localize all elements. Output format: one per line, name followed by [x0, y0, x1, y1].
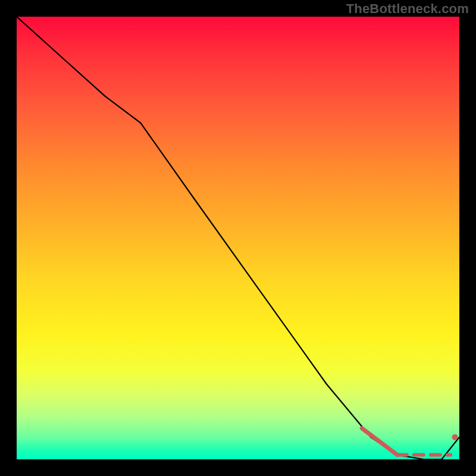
bottleneck-curve [17, 17, 459, 459]
watermark-text: TheBottleneck.com [346, 1, 469, 17]
highlight-end-dot [452, 434, 458, 440]
plot-overlay [17, 17, 459, 459]
gradient-plot-area [17, 17, 459, 459]
chart-frame: TheBottleneck.com [0, 0, 476, 476]
highlight-entry-segment [362, 428, 397, 455]
